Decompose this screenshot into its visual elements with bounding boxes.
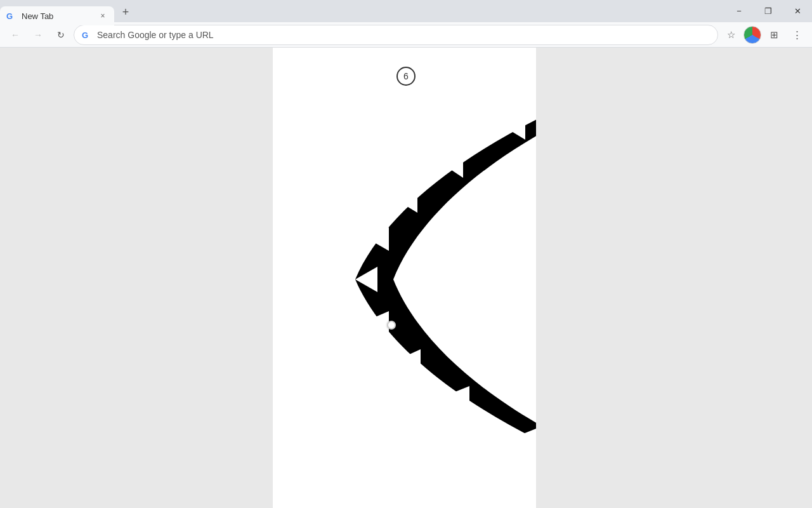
profile-button[interactable] xyxy=(743,26,761,44)
svg-text:G: G xyxy=(6,11,13,21)
bookmark-button[interactable]: ☆ xyxy=(721,25,741,45)
tab-strip: G New Tab × + xyxy=(0,0,134,22)
google-icon: G xyxy=(82,30,92,40)
left-panel xyxy=(0,48,273,508)
titlebar: G New Tab × + − ❐ ✕ xyxy=(0,0,812,22)
toolbar: ← → ↻ G Search Google or type a URL ☆ ⊞ … xyxy=(0,22,812,48)
extensions-button[interactable]: ⊞ xyxy=(764,25,784,45)
reload-button[interactable]: ↻ xyxy=(51,25,71,45)
game-canvas[interactable]: 6 xyxy=(273,48,536,508)
toolbar-actions: ☆ ⊞ ⋮ xyxy=(721,25,807,45)
ball xyxy=(387,321,396,330)
address-bar[interactable]: G Search Google or type a URL xyxy=(74,25,718,45)
tab-favicon: G xyxy=(6,11,16,21)
minimize-button[interactable]: − xyxy=(724,0,754,22)
right-panel xyxy=(536,48,812,508)
new-tab-button[interactable]: + xyxy=(117,3,134,21)
tab-title: New Tab xyxy=(22,11,93,21)
window-controls: − ❐ ✕ xyxy=(724,0,812,22)
active-tab[interactable]: G New Tab × xyxy=(0,6,114,25)
menu-button[interactable]: ⋮ xyxy=(787,25,807,45)
arc-svg xyxy=(273,48,536,508)
forward-button[interactable]: → xyxy=(28,25,48,45)
tab-close-button[interactable]: × xyxy=(98,11,108,21)
content-area: 6 xyxy=(0,48,812,508)
close-button[interactable]: ✕ xyxy=(783,0,812,22)
game-area: 6 xyxy=(273,48,536,508)
back-button[interactable]: ← xyxy=(5,25,25,45)
svg-text:G: G xyxy=(82,30,88,40)
address-text: Search Google or type a URL xyxy=(97,30,710,40)
maximize-button[interactable]: ❐ xyxy=(754,0,783,22)
